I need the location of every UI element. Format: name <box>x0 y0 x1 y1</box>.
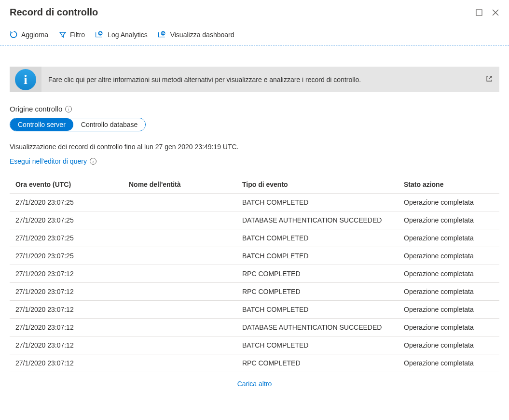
info-tooltip-icon[interactable]: i <box>65 106 72 112</box>
cell-entity <box>129 323 242 331</box>
svg-rect-12 <box>164 33 165 34</box>
cell-time: 27/1/2020 23:07:25 <box>15 198 129 206</box>
cell-entity <box>129 234 242 242</box>
restore-icon[interactable] <box>475 9 483 16</box>
cell-time: 27/1/2020 23:07:25 <box>15 234 129 242</box>
cell-entity <box>129 306 242 313</box>
cell-time: 27/1/2020 23:07:12 <box>15 359 129 367</box>
svg-rect-6 <box>101 33 102 34</box>
external-link-icon[interactable] <box>486 75 493 84</box>
cell-type: RPC COMPLETED <box>242 359 404 367</box>
view-dashboard-button[interactable]: Visualizza dashboard <box>158 31 234 39</box>
source-toggle: Controllo server Controllo database <box>10 118 146 131</box>
load-more-link[interactable]: Carica altro <box>10 372 499 395</box>
cell-entity <box>129 216 242 224</box>
col-entity-name[interactable]: Nome dell'entità <box>129 181 242 188</box>
cell-type: DATABASE AUTHENTICATION SUCCEEDED <box>242 216 404 224</box>
close-icon[interactable] <box>492 9 499 16</box>
cell-entity <box>129 341 242 349</box>
info-tooltip-icon[interactable]: i <box>90 158 96 165</box>
header-controls <box>475 9 499 16</box>
svg-rect-10 <box>162 32 163 34</box>
toolbar: Aggiorna Filtro Log Analytics Visualizza… <box>0 23 509 46</box>
table-row[interactable]: 27/1/2020 23:07:12RPC COMPLETEDOperazion… <box>10 354 499 372</box>
records-status-text: Visualizzazione dei record di controllo … <box>10 143 499 151</box>
svg-rect-13 <box>158 37 165 37</box>
cell-entity <box>129 198 242 206</box>
log-analytics-button[interactable]: Log Analytics <box>96 31 148 39</box>
filter-button[interactable]: Filtro <box>59 31 85 39</box>
cell-type: BATCH COMPLETED <box>242 341 404 349</box>
cell-time: 27/1/2020 23:07:12 <box>15 323 129 331</box>
svg-rect-5 <box>100 32 101 34</box>
cell-type: BATCH COMPLETED <box>242 198 404 206</box>
svg-rect-0 <box>476 10 482 15</box>
cell-entity <box>129 270 242 278</box>
table-row[interactable]: 27/1/2020 23:07:25BATCH COMPLETEDOperazi… <box>10 247 499 265</box>
cell-state: Operazione completata <box>404 306 494 313</box>
cell-time: 27/1/2020 23:07:25 <box>15 252 129 260</box>
table-row[interactable]: 27/1/2020 23:07:12BATCH COMPLETEDOperazi… <box>10 301 499 319</box>
cell-time: 27/1/2020 23:07:12 <box>15 341 129 349</box>
col-event-time[interactable]: Ora evento (UTC) <box>15 181 129 188</box>
cell-state: Operazione completata <box>404 270 494 278</box>
audit-records-table: Ora evento (UTC) Nome dell'entità Tipo d… <box>10 176 499 372</box>
info-body: Fare clic qui per altre informazioni sui… <box>41 67 499 92</box>
table-row[interactable]: 27/1/2020 23:07:25DATABASE AUTHENTICATIO… <box>10 211 499 229</box>
table-row[interactable]: 27/1/2020 23:07:12DATABASE AUTHENTICATIO… <box>10 319 499 336</box>
toggle-database[interactable]: Controllo database <box>73 118 146 131</box>
info-banner[interactable]: i Fare clic qui per altre informazioni s… <box>10 67 499 92</box>
cell-type: BATCH COMPLETED <box>242 252 404 260</box>
info-icon: i <box>15 69 36 90</box>
table-body: 27/1/2020 23:07:25BATCH COMPLETEDOperazi… <box>10 194 499 372</box>
filter-label: Filtro <box>70 31 85 39</box>
cell-state: Operazione completata <box>404 216 494 224</box>
cell-time: 27/1/2020 23:07:25 <box>15 216 129 224</box>
svg-line-15 <box>489 76 492 79</box>
info-icon-box: i <box>10 67 41 92</box>
svg-rect-14 <box>158 32 159 37</box>
filter-icon <box>59 31 67 39</box>
refresh-icon <box>10 30 18 39</box>
cell-state: Operazione completata <box>404 359 494 367</box>
table-row[interactable]: 27/1/2020 23:07:25BATCH COMPLETEDOperazi… <box>10 194 499 211</box>
log-analytics-label: Log Analytics <box>108 31 148 39</box>
svg-rect-4 <box>99 32 100 34</box>
page-title: Record di controllo <box>10 7 98 18</box>
refresh-button[interactable]: Aggiorna <box>10 30 48 39</box>
table-row[interactable]: 27/1/2020 23:07:12BATCH COMPLETEDOperazi… <box>10 336 499 354</box>
col-action-state[interactable]: Stato azione <box>404 181 494 188</box>
content-scroll-area[interactable]: i Fare clic qui per altre informazioni s… <box>0 52 509 420</box>
source-label: Origine controllo i <box>10 105 499 113</box>
query-editor-link[interactable]: Esegui nell'editor di query i <box>10 157 499 165</box>
blade-header: Record di controllo <box>0 0 509 23</box>
table-row[interactable]: 27/1/2020 23:07:12RPC COMPLETEDOperazion… <box>10 283 499 301</box>
cell-state: Operazione completata <box>404 341 494 349</box>
cell-time: 27/1/2020 23:07:12 <box>15 306 129 313</box>
svg-rect-11 <box>163 32 164 34</box>
cell-type: BATCH COMPLETED <box>242 234 404 242</box>
dashboard-icon <box>158 31 167 39</box>
cell-type: RPC COMPLETED <box>242 270 404 278</box>
cell-entity <box>129 288 242 295</box>
table-header-row: Ora evento (UTC) Nome dell'entità Tipo d… <box>10 176 499 194</box>
cell-time: 27/1/2020 23:07:12 <box>15 288 129 295</box>
cell-type: DATABASE AUTHENTICATION SUCCEEDED <box>242 323 404 331</box>
view-dashboard-label: Visualizza dashboard <box>170 31 234 39</box>
info-text: Fare clic qui per altre informazioni sui… <box>48 76 361 84</box>
cell-entity <box>129 252 242 260</box>
svg-rect-7 <box>96 37 102 37</box>
cell-type: BATCH COMPLETED <box>242 306 404 313</box>
cell-entity <box>129 359 242 367</box>
table-row[interactable]: 27/1/2020 23:07:12RPC COMPLETEDOperazion… <box>10 265 499 283</box>
toggle-server[interactable]: Controllo server <box>10 118 73 131</box>
cell-type: RPC COMPLETED <box>242 288 404 295</box>
cell-state: Operazione completata <box>404 323 494 331</box>
cell-state: Operazione completata <box>404 252 494 260</box>
col-event-type[interactable]: Tipo di evento <box>242 181 404 188</box>
cell-state: Operazione completata <box>404 234 494 242</box>
cell-state: Operazione completata <box>404 288 494 295</box>
table-row[interactable]: 27/1/2020 23:07:25BATCH COMPLETEDOperazi… <box>10 229 499 247</box>
log-analytics-icon <box>96 31 104 39</box>
refresh-label: Aggiorna <box>21 31 48 39</box>
